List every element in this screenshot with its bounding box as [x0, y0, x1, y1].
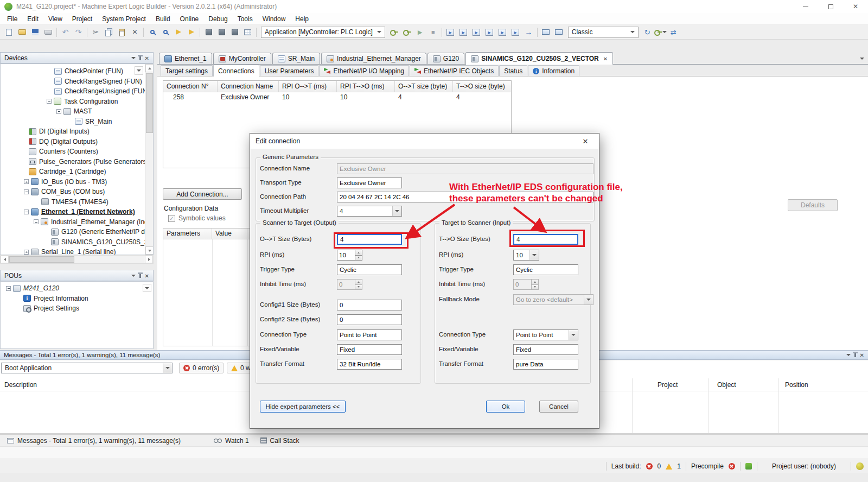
pou-item-project-settings[interactable]: Project Settings [1, 303, 153, 314]
chevron-down-icon[interactable] [846, 354, 851, 356]
symbolic-values-checkbox[interactable]: ✓ [168, 215, 175, 222]
to-transfer-format-input[interactable] [513, 359, 578, 370]
device-item-tm4es4[interactable]: TM4ES4 (TM4ES4) [1, 197, 153, 207]
spin-down-icon[interactable] [355, 256, 362, 261]
device-item-checkrangeunsigned[interactable]: CheckRangeUnsigned (FUN) [1, 86, 153, 97]
delete-icon[interactable] [129, 26, 141, 39]
errors-filter-button[interactable]: 0 error(s) [179, 363, 224, 373]
force-values-icon[interactable] [522, 26, 535, 39]
config2-size-input[interactable] [337, 314, 402, 325]
flow-control-icon[interactable] [509, 26, 522, 39]
device-item-counters[interactable]: Counters (Counters) [1, 147, 153, 157]
object-column-header[interactable]: Object [717, 381, 736, 389]
to-connection-type-combo[interactable]: Point to Point [513, 329, 578, 340]
breakpoint-icon[interactable] [496, 26, 509, 39]
scroll-up-button[interactable] [145, 64, 154, 72]
print-icon[interactable] [42, 26, 54, 39]
subtab-user-parameters[interactable]: User Parameters [260, 65, 319, 76]
ot-fixed-variable-input[interactable] [337, 344, 402, 355]
collapse-icon[interactable] [56, 109, 61, 114]
scroll-right-button[interactable] [145, 256, 153, 263]
device-item-io-bus[interactable]: IO_Bus (IO bus - TM3) [1, 177, 153, 187]
ot-inhibit-time-spinner[interactable] [337, 279, 362, 290]
bookmark-icon[interactable] [172, 26, 184, 39]
fallback-mode-combo[interactable]: Go to zero <default> [513, 294, 593, 305]
close-icon[interactable] [145, 54, 149, 62]
device-item-com-bus[interactable]: COM_Bus (COM bus) [1, 187, 153, 197]
redo-icon[interactable] [72, 26, 85, 39]
tab-g120[interactable]: G120 [427, 53, 464, 64]
menu-file[interactable]: File [2, 13, 22, 25]
project-column-header[interactable]: Project [658, 381, 678, 389]
column-header[interactable]: Parameters [163, 229, 212, 239]
subtab-connections[interactable]: Connections [213, 65, 259, 77]
cancel-button[interactable]: Cancel [539, 401, 578, 413]
connection-name-input[interactable] [337, 163, 593, 174]
cut-icon[interactable] [90, 26, 102, 39]
column-header[interactable]: RPI O-->T (ms) [279, 81, 337, 92]
transport-type-input[interactable] [337, 177, 402, 188]
device-item-ethernet-1[interactable]: Ethernet_1 (Ethernet Network) [1, 207, 153, 217]
pin-icon[interactable] [139, 56, 141, 60]
menu-window[interactable]: Window [258, 13, 291, 25]
pou-dropdown[interactable] [143, 284, 151, 292]
save-icon[interactable] [29, 26, 41, 39]
bookmark-list-icon[interactable] [185, 26, 197, 39]
minimize-button[interactable] [793, 0, 818, 13]
device-item-sr-main[interactable]: SR_Main [1, 117, 153, 127]
to-inhibit-time-spinner[interactable] [513, 279, 539, 290]
user-management-icon[interactable] [654, 26, 667, 39]
devices-vertical-scrollbar[interactable] [145, 64, 154, 255]
login-icon[interactable] [388, 26, 400, 39]
dialog-title-bar[interactable]: Edit connection ✕ [250, 134, 599, 149]
menu-edit[interactable]: Edit [22, 13, 43, 25]
close-icon[interactable] [145, 272, 149, 280]
build-icon[interactable] [202, 26, 215, 39]
menu-debug[interactable]: Debug [203, 13, 232, 25]
scroll-down-button[interactable] [145, 246, 154, 255]
table-row[interactable]: 258 Exclusive Owner 10 10 4 4 [163, 92, 511, 102]
column-header[interactable]: O-->T size (byte) [395, 81, 453, 92]
maximize-button[interactable] [818, 0, 843, 13]
find-icon[interactable] [146, 26, 158, 39]
undo-icon[interactable] [59, 26, 72, 39]
spin-up-icon[interactable] [355, 250, 362, 256]
subtab-target-settings[interactable]: Target settings [161, 65, 213, 76]
hide-expert-parameters-button[interactable]: Hide expert parameters << [260, 401, 346, 413]
messages-view-button[interactable]: Messages - Total 1 error(s), 1 warning(s… [3, 436, 184, 446]
device-item-checkrangesigned[interactable]: CheckRangeSigned (FUN) [1, 77, 153, 87]
scrollbar-thumb[interactable] [146, 73, 153, 133]
tab-industrial-ethernet-manager[interactable]: Industrial_Ethernet_Manager [321, 53, 426, 64]
to-rpi-combo[interactable]: 10 [513, 250, 539, 261]
chevron-down-icon[interactable] [131, 275, 136, 277]
menu-project[interactable]: Project [67, 13, 97, 25]
tab-sr-main[interactable]: SR_Main [272, 53, 320, 64]
to-fixed-variable-input[interactable] [513, 344, 578, 355]
dialog-close-button[interactable]: ✕ [577, 134, 593, 149]
connection-path-input[interactable] [337, 192, 593, 202]
device-item-checkpointer[interactable]: CheckPointer (FUN) [1, 66, 153, 77]
menu-view[interactable]: View [43, 13, 67, 25]
menu-online[interactable]: Online [175, 13, 204, 25]
subtab-information[interactable]: Information [528, 65, 579, 76]
import-icon[interactable] [241, 26, 254, 39]
code-generation-icon[interactable] [215, 26, 228, 39]
chevron-down-icon[interactable] [131, 57, 136, 59]
title-bar[interactable]: M241_G120.project* - Machine Expert Logi… [0, 0, 868, 13]
collapse-icon[interactable] [24, 210, 29, 214]
close-button[interactable]: ✕ [843, 0, 868, 13]
devices-horizontal-scrollbar[interactable] [0, 255, 154, 264]
watch-view-button[interactable]: Watch 1 [210, 436, 253, 446]
menu-system-project[interactable]: System Project [97, 13, 151, 25]
expand-icon[interactable] [24, 179, 29, 184]
device-item-dq[interactable]: DQ (Digital Outputs) [1, 137, 153, 147]
pou-item-project-information[interactable]: Project Information [1, 294, 153, 304]
menu-tools[interactable]: Tools [233, 13, 258, 25]
application-combo[interactable]: Application [MyController: PLC Logic] [261, 27, 385, 38]
refresh-icon[interactable] [641, 26, 654, 39]
defaults-button[interactable]: Defaults [788, 199, 838, 211]
device-item-di[interactable]: DI (Digital Inputs) [1, 126, 153, 137]
new-file-icon[interactable] [3, 26, 15, 39]
device-version-dropdown[interactable] [135, 66, 143, 75]
to-trigger-type-input[interactable] [513, 264, 578, 275]
